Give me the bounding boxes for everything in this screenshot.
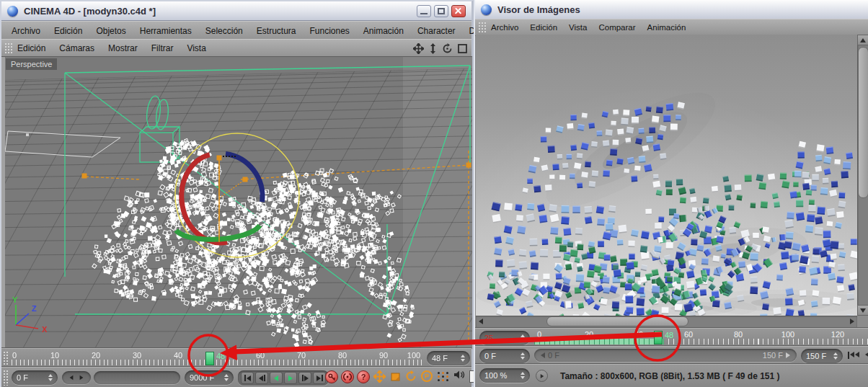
toolbar-grip[interactable]: [4, 43, 12, 55]
vpmenu-filtrar[interactable]: Filtrar: [151, 43, 174, 53]
viewer-timeline-ruler[interactable]: 0 20 40 60 80 100 120 48: [534, 330, 868, 345]
rendered-image-canvas: [476, 35, 857, 316]
vpmenu-mostrar[interactable]: Mostrar: [108, 43, 138, 53]
menu-estructura[interactable]: Estructura: [257, 26, 296, 36]
minimize-button[interactable]: [417, 5, 431, 17]
spinner-arrows-icon[interactable]: [456, 355, 465, 362]
viewer-toolbar-grip[interactable]: [478, 22, 486, 32]
viewport-perspective[interactable]: Perspective: [1, 56, 472, 349]
viewport-label[interactable]: Perspective: [6, 58, 57, 70]
spinner-arrows-icon[interactable]: [516, 372, 525, 379]
maximize-button[interactable]: [434, 5, 448, 17]
timeline-ruler[interactable]: 0 10 20 30 40 60 70 80 90 100 48: [12, 351, 424, 366]
range-left[interactable]: 0 F: [541, 351, 559, 360]
tick-label: 80: [338, 351, 347, 360]
viewer-menu-vista[interactable]: Vista: [569, 23, 587, 32]
step-forward-icon[interactable]: [80, 375, 84, 380]
viewer-frame-marker[interactable]: [654, 331, 663, 344]
viewer-menu-edicion[interactable]: Edición: [530, 23, 557, 32]
current-frame-marker[interactable]: [205, 352, 214, 365]
prev-key-button[interactable]: [255, 372, 268, 384]
range-end-spinner[interactable]: 150 F: [801, 349, 843, 363]
sound-icon[interactable]: [453, 370, 465, 383]
spinner-arrows-icon[interactable]: [44, 374, 53, 381]
tick-label: 20: [585, 330, 593, 339]
viewer-status-row: 100 % Tamaño : 800x600, RGB (8Bit), 1.53…: [475, 364, 868, 387]
viewer-menu-archivo[interactable]: Archivo: [491, 23, 518, 32]
tick-label: 90: [379, 351, 388, 360]
scroll-left-button[interactable]: [479, 319, 483, 324]
menu-archivo[interactable]: Archivo: [12, 26, 40, 36]
horizontal-scroll-thumb[interactable]: [546, 316, 688, 326]
menu-character[interactable]: Character: [417, 26, 456, 36]
transport-grip[interactable]: [3, 370, 9, 386]
vertical-scroll-thumb[interactable]: [858, 47, 868, 198]
close-button[interactable]: [451, 5, 466, 17]
tick-label: 60: [256, 351, 265, 360]
viewer-menu-animacion[interactable]: Animación: [647, 23, 686, 32]
zoom-spinner[interactable]: 100 %: [479, 368, 530, 383]
viewport-canvas[interactable]: [5, 57, 472, 348]
vpmenu-edicion[interactable]: Edición: [17, 43, 45, 53]
record-key-button[interactable]: [325, 370, 338, 383]
vpmenu-camaras[interactable]: Cámaras: [59, 43, 94, 53]
timeline-grip[interactable]: [3, 351, 9, 365]
goto-end-button[interactable]: [313, 372, 326, 384]
scroll-up-button[interactable]: [857, 35, 868, 45]
timeline-row: 0 10 20 30 40 60 70 80 90 100 48 48 F: [1, 348, 471, 368]
cinema4d-app-icon: [7, 6, 18, 17]
scroll-down-button[interactable]: [857, 305, 868, 316]
menu-funciones[interactable]: Funciones: [309, 26, 349, 36]
menu-herramientas[interactable]: Herramientas: [140, 26, 192, 36]
step-back-icon[interactable]: [70, 375, 74, 380]
menu-seleccion[interactable]: Selección: [205, 26, 243, 36]
tick-label: 20: [92, 351, 100, 360]
viewer-play-button[interactable]: [536, 370, 548, 382]
tick-label: 0: [12, 351, 17, 360]
zoom-view-icon[interactable]: [429, 43, 437, 54]
range-right[interactable]: 150 F: [763, 351, 790, 360]
powerslider-bar[interactable]: [94, 371, 180, 384]
spinner-arrows-icon[interactable]: [516, 334, 525, 342]
horizontal-scrollbar[interactable]: [476, 316, 857, 327]
range-slider[interactable]: 0 F 150 F: [534, 349, 797, 362]
menu-objetos[interactable]: Objetos: [96, 26, 125, 36]
menu-edicion[interactable]: Edición: [54, 26, 82, 36]
end-frame-spinner[interactable]: 9000 F: [185, 370, 234, 385]
ruler-ticks: [12, 360, 424, 365]
range-start-spinner[interactable]: 0 F: [479, 349, 530, 363]
tick-label: 10: [50, 351, 59, 360]
viewer-menu-comparar[interactable]: Comparar: [598, 23, 635, 32]
viewer-goto-start-button[interactable]: [848, 352, 859, 359]
viewer-prev-button[interactable]: [865, 352, 868, 357]
play-forward-button[interactable]: [284, 372, 297, 384]
transport-row: 0 F 9000 F: [1, 367, 471, 387]
scale-tool-icon[interactable]: [390, 371, 401, 382]
spinner-arrows-icon[interactable]: [516, 352, 525, 360]
toggle-view-icon[interactable]: [458, 44, 467, 53]
cinema4d-window: CINEMA 4D - [modyn30.c4d *] Archivo Edic…: [0, 0, 474, 387]
rotate-view-icon[interactable]: [442, 43, 453, 54]
help-button[interactable]: ?: [357, 370, 370, 383]
menu-animacion[interactable]: Animación: [363, 26, 404, 36]
cinema4d-titlebar[interactable]: CINEMA 4D - [modyn30.c4d *]: [1, 1, 471, 21]
vpmenu-vista[interactable]: Vista: [187, 43, 205, 53]
goto-start-button[interactable]: [241, 372, 254, 384]
fps-spinner[interactable]: 25: [479, 331, 530, 345]
scroll-right-button[interactable]: [850, 319, 854, 324]
frame-step-buttons[interactable]: [62, 371, 91, 384]
rotate-tool-icon[interactable]: [405, 370, 417, 382]
vertical-scrollbar[interactable]: [857, 35, 868, 316]
spinner-arrows-icon[interactable]: [829, 352, 838, 360]
snap-grid-icon[interactable]: [437, 371, 449, 382]
autokey-button[interactable]: [341, 370, 354, 383]
move-tool-icon[interactable]: [373, 370, 386, 383]
current-frame-spinner[interactable]: 48 F: [427, 351, 470, 365]
coordinate-system-button[interactable]: P: [421, 370, 433, 382]
pan-view-icon[interactable]: [413, 43, 424, 54]
play-backward-button[interactable]: [270, 372, 283, 384]
viewer-titlebar[interactable]: Visor de Imágenes: [475, 0, 868, 19]
start-frame-spinner[interactable]: 0 F: [12, 370, 58, 385]
next-key-button[interactable]: [298, 372, 311, 384]
spinner-arrows-icon[interactable]: [220, 374, 229, 381]
